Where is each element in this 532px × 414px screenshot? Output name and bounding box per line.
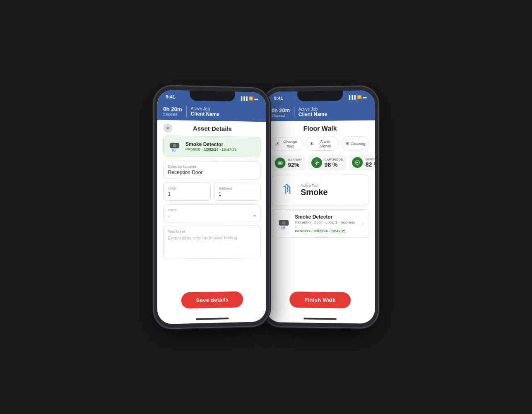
test-buttons-row: ↺ Change Test ✳ Alarm Signal ✼ Clearing [271, 136, 369, 151]
phone-left-screen: 9:41 ▐▐▐ 🛜 ▬ 0h 20m Elapsed Active Job C… [157, 90, 266, 325]
clearing-icon: ✼ [345, 141, 349, 146]
detector-chevron-icon: › [361, 220, 363, 227]
svg-rect-3 [282, 163, 282, 164]
detector-icon-left [168, 139, 181, 153]
status-icons-left: ▐▐▐ 🛜 ▬ [240, 96, 258, 101]
asset-details-content: × Asset Details [157, 120, 266, 288]
svg-point-5 [315, 162, 317, 164]
svg-rect-4 [278, 162, 281, 164]
detector-list-name: Smoke Detector [295, 214, 357, 220]
battery-label: BATTERY [288, 158, 302, 161]
generator-value: 82 % [365, 161, 375, 168]
detector-list-item[interactable]: Smoke Detector Reception Door · Loop 1 ·… [271, 209, 369, 238]
generator-status-icon [354, 159, 360, 165]
address-value: 1 [218, 191, 256, 197]
active-job-right: Active Job [298, 106, 327, 111]
active-test-name: Smoke [301, 187, 327, 197]
asset-header: × Asset Details [163, 124, 260, 133]
elapsed-label-left: Elapsed [163, 112, 182, 116]
active-test-label: Active Test [301, 183, 327, 187]
header-divider-right [294, 106, 294, 118]
client-name-right: Client Name [298, 111, 327, 117]
bottom-action-right: Finish Walk [266, 286, 375, 315]
bottom-action-left: Save details [157, 286, 266, 316]
loop-address-row: Loop 1 Address 1 [163, 182, 260, 201]
header-bar-right: 0h 20m Elapsed Active Job Client Name [266, 102, 375, 121]
detector-location-value: Reception Door [168, 169, 256, 176]
phone-right-screen: 9:41 ▐▐▐ 🛜 ▬ 0h 20m Elapsed Active Job C… [266, 90, 375, 324]
detector-info-left: Smoke Detector PASSED - 12/02/24 - 13:47… [185, 141, 236, 152]
header-elapsed-right: 0h 20m Elapsed [271, 107, 289, 117]
phone-left: 9:41 ▐▐▐ 🛜 ▬ 0h 20m Elapsed Active Job C… [154, 85, 269, 328]
home-bar-right [303, 318, 337, 320]
cartridge-status-text: CARTRIDGE 98 % [324, 157, 343, 168]
save-details-button[interactable]: Save details [181, 291, 243, 309]
cartridge-circle [311, 157, 322, 168]
battery-status-text: BATTERY 92% [288, 158, 302, 168]
status-time-left: 9:41 [166, 94, 175, 99]
generator-status-card: GENERATOR 82 % [349, 154, 375, 171]
asset-details-title: Asset Details [193, 125, 231, 132]
status-icons-right: ▐▐▐ 🛜 ▬ [348, 95, 367, 99]
alarm-signal-label: Alarm Signal [315, 139, 335, 148]
status-time-right: 9:41 [274, 96, 283, 101]
status-indicators-row: BATTERY 92% CARTRIDGE [271, 154, 369, 171]
loop-value: 1 [168, 191, 206, 197]
zone-chevron-icon: ▾ [253, 213, 256, 218]
smoke-icon-right [278, 182, 295, 198]
floor-walk-content: Floor Walk ↺ Change Test ✳ Alarm Signal … [266, 120, 375, 288]
address-field[interactable]: Address 1 [214, 183, 260, 201]
home-bar-left [196, 318, 229, 320]
header-elapsed-left: 0h 20m Elapsed [163, 106, 182, 116]
detector-location-field[interactable]: Detector Location Reception Door [163, 161, 260, 180]
test-notes-label: Test Notes [168, 229, 256, 234]
battery-icon: ▬ [254, 96, 258, 101]
alarm-signal-icon: ✳ [310, 141, 313, 147]
cartridge-status-icon [313, 160, 319, 166]
alarm-signal-button[interactable]: ✳ Alarm Signal [306, 137, 339, 151]
wifi-icon-right: 🛜 [357, 95, 361, 99]
test-notes-field[interactable]: Test Notes Enter notes relating to your … [163, 226, 260, 260]
detector-list-info: Smoke Detector Reception Door · Loop 1 ·… [295, 214, 357, 233]
smoke-detector-icon-right [277, 217, 290, 230]
header-job-left: Active Job Client Name [190, 106, 219, 117]
address-label: Address [218, 186, 256, 190]
phones-container: 9:41 ▐▐▐ 🛜 ▬ 0h 20m Elapsed Active Job C… [154, 87, 378, 327]
signal-bars-icon-right: ▐▐▐ [348, 95, 356, 99]
signal-bars-icon: ▐▐▐ [240, 96, 248, 101]
battery-icon-right: ▬ [363, 95, 366, 99]
change-test-button[interactable]: ↺ Change Test [271, 137, 303, 151]
header-divider-left [186, 106, 186, 117]
change-test-label: Change Test [280, 139, 300, 148]
floor-walk-title: Floor Walk [271, 125, 369, 133]
loop-field[interactable]: Loop 1 [163, 182, 211, 201]
battery-circle [274, 158, 285, 168]
active-test-card: Active Test Smoke [271, 175, 369, 206]
zone-value: - [168, 213, 169, 219]
phone-right: 9:41 ▐▐▐ 🛜 ▬ 0h 20m Elapsed Active Job C… [262, 86, 378, 328]
notch-right [297, 91, 343, 101]
notch-left [189, 91, 235, 102]
elapsed-time-left: 0h 20m [163, 106, 182, 112]
battery-value: 92% [288, 161, 302, 168]
active-test-smoke-icon [277, 181, 296, 199]
clearing-button[interactable]: ✼ Clearing [341, 136, 369, 151]
elapsed-time-right: 0h 20m [271, 107, 289, 113]
zone-field[interactable]: Zone - ▾ [163, 204, 260, 222]
detector-list-location: Reception Door · Loop 1 · Address 1 [295, 220, 357, 229]
battery-status-icon [277, 160, 283, 166]
detector-list-icon [277, 217, 291, 231]
change-test-icon: ↺ [275, 141, 279, 147]
smoke-detector-icon-left [168, 140, 181, 152]
home-indicator-right [266, 314, 375, 324]
loop-label: Loop [168, 186, 206, 190]
cartridge-label: CARTRIDGE [324, 157, 343, 161]
detector-status-left: PASSED - 12/02/24 - 13:47:21 [185, 147, 236, 152]
battery-status-card: BATTERY 92% [271, 155, 305, 171]
close-button[interactable]: × [163, 123, 172, 132]
zone-label: Zone [168, 208, 256, 212]
finish-walk-button[interactable]: Finish Walk [289, 291, 350, 308]
detector-list-status: PASSED - 12/02/24 - 13:47:21 [295, 229, 357, 233]
generator-label: GENERATOR [365, 157, 375, 161]
detector-item-left: Smoke Detector PASSED - 12/02/24 - 13:47… [163, 135, 260, 157]
